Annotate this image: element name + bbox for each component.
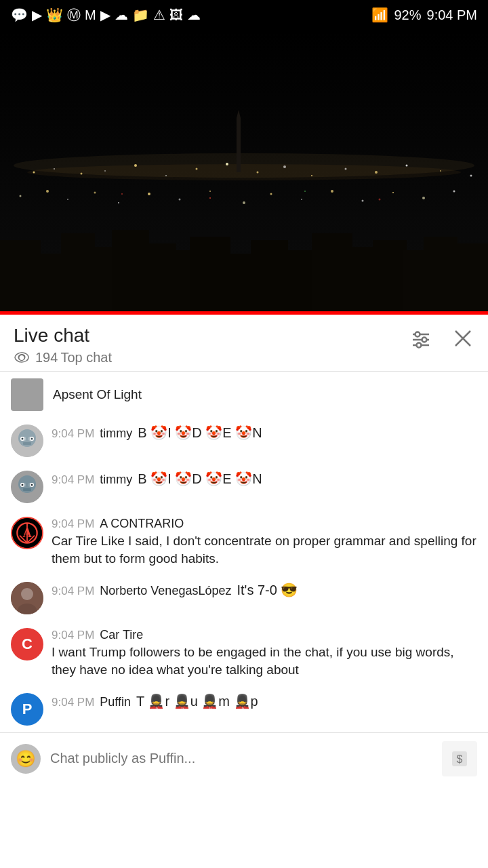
message-author: Norberto VenegasLópez xyxy=(100,584,231,598)
svg-rect-79 xyxy=(23,488,31,491)
emoji-face-icon: 😊 xyxy=(16,749,36,768)
svg-point-27 xyxy=(226,163,228,165)
svg-text:$: $ xyxy=(457,753,463,765)
svg-point-63 xyxy=(417,343,422,348)
chat-panel: Live chat 194 Top chat xyxy=(0,315,488,785)
message-content: 9:04 PM A CONTRARIO Car Tire Like I said… xyxy=(52,517,477,568)
video-frame xyxy=(0,30,488,315)
message-author: Car Tire xyxy=(100,628,143,642)
list-item: A 9:04 PM A CONTRARIO Car Tire Like I sa… xyxy=(0,510,488,575)
svg-rect-3 xyxy=(0,240,41,315)
chat-sub-info[interactable]: 194 Top chat xyxy=(14,350,112,366)
message-meta: 9:04 PM timmy B 🤡I 🤡D 🤡E 🤡N xyxy=(52,425,477,441)
top-chat-label[interactable]: Top chat xyxy=(60,350,112,366)
svg-rect-12 xyxy=(251,240,288,315)
time-text: 9:04 PM xyxy=(427,7,477,23)
list-item: Apsent Of Light xyxy=(0,372,488,418)
avatar xyxy=(11,471,43,503)
message-meta: 9:04 PM Car Tire xyxy=(52,628,477,642)
msg2-icon: M xyxy=(85,7,96,23)
send-icon: $ xyxy=(450,749,469,768)
chat-input-area: 😊 $ xyxy=(0,732,488,785)
svg-rect-5 xyxy=(61,233,95,315)
svg-point-26 xyxy=(196,168,198,170)
svg-point-37 xyxy=(46,190,49,193)
message-time: 9:04 PM xyxy=(52,629,94,642)
wifi-icon: 📶 xyxy=(371,7,388,23)
svg-rect-6 xyxy=(92,247,115,315)
video-progress-bar[interactable] xyxy=(0,311,488,315)
svg-point-35 xyxy=(470,175,472,177)
message-author: timmy xyxy=(100,473,132,487)
msg-notification-icon: 💬 xyxy=(11,7,28,23)
message-content: 9:04 PM Car Tire I want Trump followers … xyxy=(52,628,477,679)
live-chat-title: Live chat xyxy=(14,324,112,347)
avatar-anarchy-icon: A xyxy=(12,517,42,549)
message-text: B 🤡I 🤡D 🤡E 🤡N xyxy=(138,471,262,487)
svg-point-73 xyxy=(22,437,24,439)
svg-point-21 xyxy=(54,168,55,170)
youtube-icon: ▶ xyxy=(32,7,42,23)
status-bar-notifications: 💬 ▶ 👑 Ⓜ M ▶ ☁ 📁 ⚠ 🖼 ☁ xyxy=(11,6,201,24)
avatar xyxy=(11,582,43,614)
svg-point-46 xyxy=(301,199,302,200)
svg-point-22 xyxy=(81,173,83,175)
cloud-icon: ☁ xyxy=(115,7,128,23)
svg-rect-52 xyxy=(237,118,241,172)
svg-point-62 xyxy=(422,338,427,342)
message-author: Apsent Of Light xyxy=(53,387,142,402)
svg-point-24 xyxy=(134,164,137,167)
avatar-timmy1-icon xyxy=(11,425,43,457)
svg-rect-11 xyxy=(227,254,254,315)
cityscape-svg xyxy=(0,30,488,315)
svg-point-2 xyxy=(27,164,461,180)
chat-send-button[interactable]: $ xyxy=(442,741,477,776)
mastodon-icon: Ⓜ xyxy=(67,6,81,24)
svg-rect-4 xyxy=(37,254,64,315)
message-time: 9:04 PM xyxy=(52,517,94,531)
svg-point-39 xyxy=(94,192,96,194)
svg-point-28 xyxy=(257,172,259,174)
svg-point-38 xyxy=(67,199,68,200)
status-bar: 💬 ▶ 👑 Ⓜ M ▶ ☁ 📁 ⚠ 🖼 ☁ 📶 92% 9:04 PM xyxy=(0,0,488,30)
svg-rect-13 xyxy=(285,250,315,315)
svg-point-23 xyxy=(104,170,106,172)
message-meta: 9:04 PM A CONTRARIO xyxy=(52,517,477,531)
svg-point-31 xyxy=(345,168,347,170)
avatar-norberto-icon xyxy=(11,582,43,614)
message-text: Car Tire Like I said, I don't concentrat… xyxy=(52,532,477,568)
battery-text: 92% xyxy=(394,7,421,23)
message-meta: 9:04 PM Norberto VenegasLópez It's 7-0 😎 xyxy=(52,582,477,598)
svg-rect-15 xyxy=(349,247,376,315)
svg-point-48 xyxy=(362,200,364,202)
svg-rect-16 xyxy=(373,240,407,315)
svg-rect-7 xyxy=(112,230,149,315)
svg-point-47 xyxy=(331,190,333,193)
svg-rect-19 xyxy=(454,243,488,315)
svg-point-36 xyxy=(20,195,22,197)
message-content: 9:04 PM Puffin T 💂r 💂u 💂m 💂p xyxy=(52,693,477,709)
message-text: T 💂r 💂u 💂m 💂p xyxy=(136,693,258,709)
svg-rect-10 xyxy=(190,237,230,315)
close-icon xyxy=(451,327,474,350)
messages-list: Apsent Of Light 9:04 PM xyxy=(0,372,488,732)
avatar: P xyxy=(11,693,43,726)
chat-close-button[interactable] xyxy=(451,327,474,350)
list-item: 9:04 PM timmy B 🤡I 🤡D 🤡E 🤡N xyxy=(0,464,488,510)
svg-point-32 xyxy=(375,171,378,174)
message-time: 9:04 PM xyxy=(52,585,94,598)
svg-point-34 xyxy=(440,170,441,172)
video-player[interactable] xyxy=(0,30,488,315)
chat-input[interactable] xyxy=(50,751,432,766)
svg-point-51 xyxy=(453,191,455,193)
svg-point-40 xyxy=(118,202,119,203)
viewers-icon xyxy=(14,351,30,363)
chat-filter-button[interactable] xyxy=(409,327,432,350)
svg-point-49 xyxy=(392,192,394,193)
svg-point-41 xyxy=(148,193,150,195)
message-time: 9:04 PM xyxy=(52,696,94,709)
message-content: 9:04 PM timmy B 🤡I 🤡D 🤡E 🤡N xyxy=(52,471,477,487)
yt2-icon: ▶ xyxy=(100,7,110,23)
image-icon: 🖼 xyxy=(169,7,183,23)
chat-header-info: Live chat 194 Top chat xyxy=(14,324,112,366)
